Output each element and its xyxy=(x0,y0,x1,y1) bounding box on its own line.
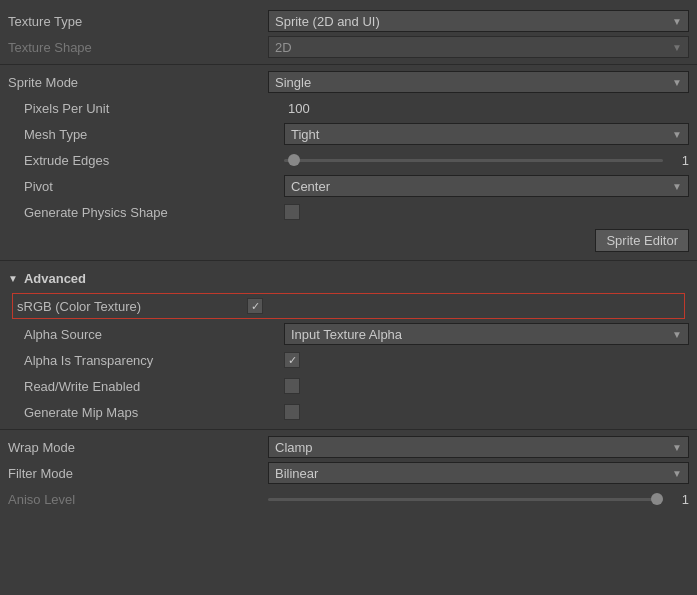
generate-mip-maps-value-col xyxy=(284,404,689,420)
mesh-type-value-col: Tight ▼ xyxy=(284,123,689,145)
sprite-mode-dropdown[interactable]: Single ▼ xyxy=(268,71,689,93)
alpha-source-value-col: Input Texture Alpha ▼ xyxy=(284,323,689,345)
generate-physics-shape-checkbox[interactable] xyxy=(284,204,300,220)
sprite-mode-row: Sprite Mode Single ▼ xyxy=(0,69,697,95)
extrude-edges-value-col: 1 xyxy=(284,153,689,168)
alpha-is-transparency-value-col xyxy=(284,352,689,368)
srgb-highlighted-wrapper: sRGB (Color Texture) xyxy=(0,291,697,321)
pixels-per-unit-value[interactable]: 100 xyxy=(284,101,314,116)
alpha-source-dropdown[interactable]: Input Texture Alpha ▼ xyxy=(284,323,689,345)
mesh-type-row: Mesh Type Tight ▼ xyxy=(0,121,697,147)
sprite-editor-row: Sprite Editor xyxy=(0,225,697,256)
sprite-mode-dropdown-value: Single xyxy=(275,75,311,90)
alpha-source-row: Alpha Source Input Texture Alpha ▼ xyxy=(0,321,697,347)
read-write-enabled-row: Read/Write Enabled xyxy=(0,373,697,399)
mesh-type-dropdown[interactable]: Tight ▼ xyxy=(284,123,689,145)
pixels-per-unit-value-col: 100 xyxy=(284,101,689,116)
advanced-section-label: Advanced xyxy=(24,271,86,286)
divider-1 xyxy=(0,64,697,65)
filter-mode-dropdown-value: Bilinear xyxy=(275,466,318,481)
texture-type-dropdown-value: Sprite (2D and UI) xyxy=(275,14,380,29)
inspector-panel: Texture Type Sprite (2D and UI) ▼ Textur… xyxy=(0,0,697,520)
texture-type-dropdown-arrow: ▼ xyxy=(672,16,682,27)
wrap-mode-row: Wrap Mode Clamp ▼ xyxy=(0,434,697,460)
extrude-edges-slider-thumb[interactable] xyxy=(288,154,300,166)
texture-shape-dropdown[interactable]: 2D ▼ xyxy=(268,36,689,58)
aniso-level-value: 1 xyxy=(669,492,689,507)
alpha-is-transparency-row: Alpha Is Transparency xyxy=(0,347,697,373)
texture-shape-dropdown-value: 2D xyxy=(275,40,292,55)
pixels-per-unit-row: Pixels Per Unit 100 xyxy=(0,95,697,121)
extrude-edges-label: Extrude Edges xyxy=(24,153,284,168)
alpha-is-transparency-label: Alpha Is Transparency xyxy=(24,353,284,368)
texture-shape-row: Texture Shape 2D ▼ xyxy=(0,34,697,60)
sprite-editor-button[interactable]: Sprite Editor xyxy=(595,229,689,252)
srgb-label: sRGB (Color Texture) xyxy=(17,299,247,314)
wrap-mode-value-col: Clamp ▼ xyxy=(268,436,689,458)
divider-2 xyxy=(0,260,697,261)
texture-shape-dropdown-arrow: ▼ xyxy=(672,42,682,53)
alpha-source-dropdown-arrow: ▼ xyxy=(672,329,682,340)
texture-type-row: Texture Type Sprite (2D and UI) ▼ xyxy=(0,8,697,34)
wrap-mode-label: Wrap Mode xyxy=(8,440,268,455)
texture-type-dropdown[interactable]: Sprite (2D and UI) ▼ xyxy=(268,10,689,32)
pivot-dropdown[interactable]: Center ▼ xyxy=(284,175,689,197)
filter-mode-label: Filter Mode xyxy=(8,466,268,481)
read-write-enabled-value-col xyxy=(284,378,689,394)
texture-type-label: Texture Type xyxy=(8,14,268,29)
wrap-mode-dropdown[interactable]: Clamp ▼ xyxy=(268,436,689,458)
read-write-enabled-label: Read/Write Enabled xyxy=(24,379,284,394)
aniso-level-slider-thumb[interactable] xyxy=(651,493,663,505)
filter-mode-dropdown[interactable]: Bilinear ▼ xyxy=(268,462,689,484)
alpha-source-label: Alpha Source xyxy=(24,327,284,342)
extrude-edges-row: Extrude Edges 1 xyxy=(0,147,697,173)
pivot-value-col: Center ▼ xyxy=(284,175,689,197)
generate-physics-shape-value-col xyxy=(284,204,689,220)
generate-physics-shape-row: Generate Physics Shape xyxy=(0,199,697,225)
extrude-edges-slider-track[interactable] xyxy=(284,159,663,162)
texture-shape-value-col: 2D ▼ xyxy=(268,36,689,58)
filter-mode-row: Filter Mode Bilinear ▼ xyxy=(0,460,697,486)
sprite-mode-dropdown-arrow: ▼ xyxy=(672,77,682,88)
mesh-type-dropdown-value: Tight xyxy=(291,127,319,142)
pivot-dropdown-arrow: ▼ xyxy=(672,181,682,192)
sprite-mode-label: Sprite Mode xyxy=(8,75,268,90)
pixels-per-unit-label: Pixels Per Unit xyxy=(24,101,284,116)
generate-physics-shape-label: Generate Physics Shape xyxy=(24,205,284,220)
advanced-section-header[interactable]: ▼ Advanced xyxy=(0,265,697,291)
read-write-enabled-checkbox[interactable] xyxy=(284,378,300,394)
extrude-edges-slider-container: 1 xyxy=(284,153,689,168)
mesh-type-dropdown-arrow: ▼ xyxy=(672,129,682,140)
wrap-mode-dropdown-value: Clamp xyxy=(275,440,313,455)
texture-shape-label: Texture Shape xyxy=(8,40,268,55)
filter-mode-value-col: Bilinear ▼ xyxy=(268,462,689,484)
filter-mode-dropdown-arrow: ▼ xyxy=(672,468,682,479)
wrap-mode-dropdown-arrow: ▼ xyxy=(672,442,682,453)
extrude-edges-value: 1 xyxy=(669,153,689,168)
srgb-row: sRGB (Color Texture) xyxy=(12,293,685,319)
pivot-row: Pivot Center ▼ xyxy=(0,173,697,199)
pivot-label: Pivot xyxy=(24,179,284,194)
alpha-is-transparency-checkbox[interactable] xyxy=(284,352,300,368)
divider-3 xyxy=(0,429,697,430)
sprite-mode-value-col: Single ▼ xyxy=(268,71,689,93)
generate-mip-maps-checkbox[interactable] xyxy=(284,404,300,420)
mesh-type-label: Mesh Type xyxy=(24,127,284,142)
advanced-triangle-icon: ▼ xyxy=(8,273,18,284)
generate-mip-maps-row: Generate Mip Maps xyxy=(0,399,697,425)
alpha-source-dropdown-value: Input Texture Alpha xyxy=(291,327,402,342)
aniso-level-label: Aniso Level xyxy=(8,492,268,507)
pivot-dropdown-value: Center xyxy=(291,179,330,194)
aniso-level-value-col: 1 xyxy=(268,492,689,507)
generate-mip-maps-label: Generate Mip Maps xyxy=(24,405,284,420)
aniso-level-slider-container: 1 xyxy=(268,492,689,507)
aniso-level-row: Aniso Level 1 xyxy=(0,486,697,512)
srgb-checkbox[interactable] xyxy=(247,298,263,314)
texture-type-value-col: Sprite (2D and UI) ▼ xyxy=(268,10,689,32)
aniso-level-slider-track[interactable] xyxy=(268,498,663,501)
